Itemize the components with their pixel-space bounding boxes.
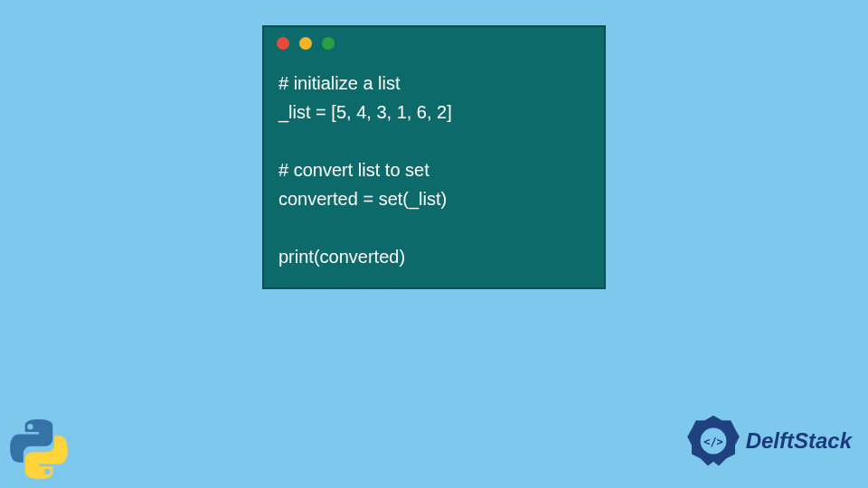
code-block: # initialize a list _list = [5, 4, 3, 1,… — [264, 60, 604, 287]
close-dot-icon — [277, 37, 289, 50]
svg-text:</>: </> — [703, 436, 723, 448]
code-line: _list = [5, 4, 3, 1, 6, 2] — [278, 102, 452, 122]
code-window: # initialize a list _list = [5, 4, 3, 1,… — [262, 25, 606, 289]
code-line: # convert list to set — [278, 160, 429, 180]
code-line: converted = set(_list) — [278, 189, 447, 209]
delftstack-text: DelftStack — [746, 428, 852, 454]
code-line: print(converted) — [278, 247, 405, 267]
delftstack-emblem-icon: </> — [686, 414, 741, 468]
python-logo-icon — [7, 418, 71, 481]
code-line: # initialize a list — [278, 73, 401, 93]
maximize-dot-icon — [322, 37, 335, 50]
window-titlebar — [264, 27, 604, 60]
minimize-dot-icon — [299, 37, 312, 50]
delftstack-logo: </> DelftStack — [686, 414, 852, 468]
